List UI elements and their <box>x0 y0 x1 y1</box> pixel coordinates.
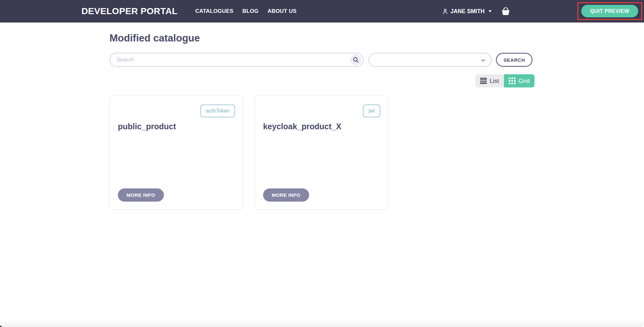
search-button[interactable]: SEARCH <box>496 53 533 67</box>
more-info-button[interactable]: MORE INFO <box>118 188 164 202</box>
filter-select[interactable] <box>368 53 492 67</box>
view-toggle: List Grid <box>475 74 535 87</box>
grid-view-icon <box>509 77 516 85</box>
search-row: SEARCH <box>109 53 535 67</box>
search-input[interactable] <box>117 57 347 63</box>
navbar-right: JANE SMITH <box>442 0 511 23</box>
top-navbar: DEVELOPER PORTAL CATALOGUES BLOG ABOUT U… <box>0 0 644 23</box>
more-info-button[interactable]: MORE INFO <box>263 188 309 202</box>
grid-label: Grid <box>518 77 530 85</box>
catalogue-page: Modified catalogue SEARCH <box>109 23 535 210</box>
user-menu[interactable]: JANE SMITH <box>442 8 492 15</box>
view-toggle-grid[interactable]: Grid <box>504 74 535 87</box>
nav-item-blog[interactable]: BLOG <box>242 8 259 14</box>
product-card: authToken public_product MORE INFO <box>109 95 243 210</box>
product-card: jwt keycloak_product_X MORE INFO <box>255 95 388 210</box>
product-tag-badge: jwt <box>363 104 380 117</box>
nav-item-about-us[interactable]: ABOUT US <box>268 8 297 14</box>
window-corner-artifact <box>0 326 2 327</box>
nav-item-catalogues[interactable]: CATALOGUES <box>195 8 233 14</box>
window-bottom-shadow <box>0 320 644 327</box>
quit-preview-button[interactable]: QUIT PREVIEW <box>581 5 638 17</box>
product-card-grid: authToken public_product MORE INFO jwt k… <box>109 95 535 210</box>
chevron-down-icon <box>488 10 492 12</box>
user-name: JANE SMITH <box>450 8 485 15</box>
product-title: public_product <box>118 122 176 131</box>
basket-icon <box>500 6 511 16</box>
search-box <box>109 53 364 67</box>
view-toggle-list[interactable]: List <box>475 74 504 87</box>
chevron-down-icon <box>480 57 486 63</box>
app-logo[interactable]: DEVELOPER PORTAL <box>81 6 177 16</box>
search-icon-button[interactable] <box>350 54 361 65</box>
view-toggle-row: List Grid <box>109 74 535 87</box>
main-nav: CATALOGUES BLOG ABOUT US <box>195 8 297 14</box>
search-icon <box>352 56 359 63</box>
page-title: Modified catalogue <box>109 23 535 44</box>
basket-button[interactable] <box>500 6 511 16</box>
product-tag-badge: authToken <box>200 104 235 117</box>
list-view-icon <box>480 78 487 84</box>
person-icon <box>442 8 449 15</box>
list-label: List <box>490 77 499 85</box>
quit-preview-highlight-box: QUIT PREVIEW <box>577 2 642 20</box>
product-title: keycloak_product_X <box>263 122 341 131</box>
